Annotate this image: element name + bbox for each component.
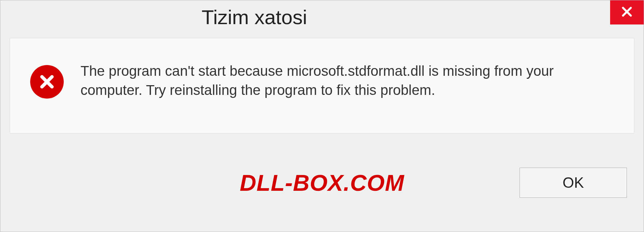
titlebar: Tizim xatosi	[0, 0, 644, 34]
close-icon	[620, 5, 634, 20]
close-button[interactable]	[610, 0, 644, 24]
ok-button[interactable]: OK	[520, 168, 627, 198]
watermark-text: DLL-BOX.COM	[240, 170, 405, 196]
error-dialog: Tizim xatosi The program can't start bec…	[0, 0, 644, 232]
dialog-title: Tizim xatosi	[202, 6, 307, 29]
dialog-footer: DLL-BOX.COM OK	[0, 133, 644, 232]
error-message: The program can't start because microsof…	[80, 62, 610, 100]
content-panel: The program can't start because microsof…	[10, 38, 634, 133]
error-icon	[30, 65, 64, 99]
